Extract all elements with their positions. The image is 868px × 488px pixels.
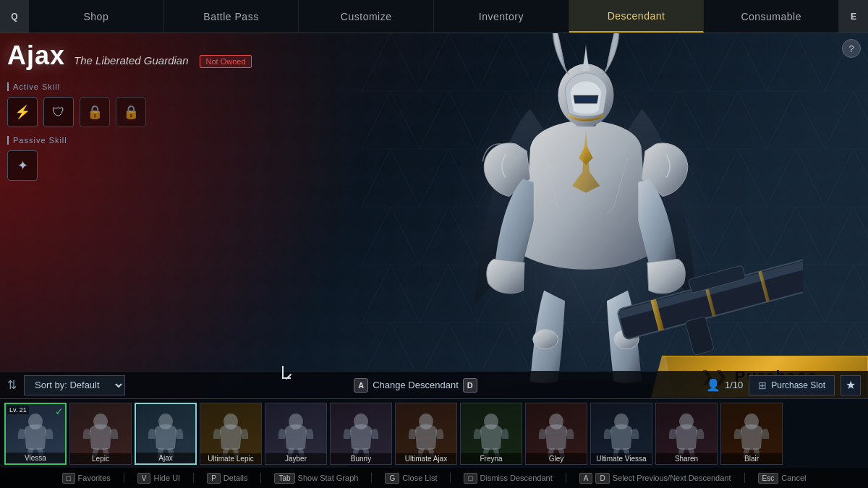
svg-point-5 (533, 330, 558, 349)
active-skill-1[interactable]: ⚡ (7, 97, 38, 127)
char-card-viessa[interactable]: Lv. 21✓Viessa (4, 403, 67, 465)
char-silhouette-viessa (14, 408, 57, 459)
char-card-bunny[interactable]: Bunny (330, 403, 392, 465)
skill-3-icon: 🔒 (87, 104, 103, 120)
char-card-label-ultimate-viessa: Ultimate Viessa (591, 453, 652, 464)
char-card-label-lepic: Lepic (70, 453, 131, 464)
char-silhouette-freyna (469, 408, 513, 459)
hint-label-cancel: Cancel (781, 474, 806, 482)
char-card-sharen[interactable]: Sharen (655, 403, 718, 465)
char-card-label-ultimate-ajax: Ultimate Ajax (396, 453, 456, 464)
character-list: Lv. 21✓Viessa Lepic Ajax Ultimate Lepic … (0, 399, 868, 468)
change-descendant-area: A Change Descendant D (132, 378, 699, 393)
passive-skill-label: Passive Skill (7, 136, 282, 145)
active-skill-2[interactable]: 🛡 (43, 97, 74, 127)
char-card-freyna[interactable]: Freyna (460, 403, 522, 465)
hint-label-close-list: Close List (402, 474, 437, 482)
help-button[interactable]: ? (842, 39, 861, 58)
favorites-star-button[interactable]: ★ (841, 375, 861, 395)
char-silhouette-ultimate-ajax (404, 408, 448, 459)
nav-item-battle-pass[interactable]: Battle Pass (164, 0, 299, 33)
character-title: The Liberated Guardian (74, 54, 188, 67)
hint-key-a: A (579, 473, 593, 484)
char-card-jayber[interactable]: Jayber (265, 403, 327, 465)
slot-count-label: 1/10 (725, 380, 743, 390)
passive-skill-1[interactable]: ✦ (7, 150, 38, 181)
change-descendant-label: Change Descendant (373, 380, 459, 390)
char-card-lepic[interactable]: Lepic (69, 403, 132, 465)
char-card-label-viessa: Viessa (6, 453, 65, 463)
right-controls: 👤 1/10 ⊞ Purchase Slot ★ (706, 375, 861, 395)
active-skill-label: Active Skill (7, 82, 282, 91)
hint-label-select-prev-next: Select Previous/Next Descendant (613, 474, 731, 482)
hint-key-favorites: □ (62, 473, 75, 484)
nav-item-consumable[interactable]: Consumable (704, 0, 839, 33)
char-card-label-ultimate-lepic: Ultimate Lepic (200, 453, 261, 464)
hint-label-stat-graph: Show Stat Graph (298, 474, 359, 482)
slot-count-icon: 👤 (706, 378, 720, 392)
nav-key-right: E (839, 0, 868, 33)
star-icon: ★ (846, 378, 856, 392)
char-card-label-sharen: Sharen (656, 453, 717, 464)
help-icon: ? (848, 43, 854, 54)
hint-bar: □ Favorites V Hide UI P Details Tab Show… (0, 468, 868, 488)
hint-key-close-list: G (385, 473, 399, 484)
nav-item-customize[interactable]: Customize (299, 0, 434, 33)
char-level-viessa: Lv. 21 (7, 406, 29, 414)
char-card-blair[interactable]: Blair (720, 403, 783, 465)
hint-hide-ui: V Hide UI (137, 473, 180, 484)
active-skill-icons: ⚡ 🛡 🔒 🔒 (7, 97, 282, 127)
passive-skill-1-icon: ✦ (17, 158, 28, 174)
purchase-slot-label: Purchase Slot (771, 380, 825, 390)
char-card-label-gley: Gley (526, 453, 587, 464)
char-card-label-blair: Blair (721, 453, 782, 464)
hint-dismiss: □ Dismiss Descendant (464, 473, 552, 484)
char-card-gley[interactable]: Gley (525, 403, 587, 465)
skill-2-icon: 🛡 (52, 105, 65, 120)
hint-key-stat-graph: Tab (274, 473, 294, 484)
hint-close-list: G Close List (385, 473, 437, 484)
nav-item-descendant[interactable]: Descendant (569, 0, 705, 33)
char-silhouette-bunny (339, 408, 383, 459)
hint-stat-graph: Tab Show Stat Graph (274, 473, 358, 484)
char-silhouette-lepic (79, 408, 122, 459)
character-name: Ajax (7, 40, 65, 71)
hint-label-hide-ui: Hide UI (153, 474, 180, 482)
char-card-ultimate-ajax[interactable]: Ultimate Ajax (395, 403, 457, 465)
main-area: Ajax The Liberated Guardian Not Owned Ac… (0, 33, 868, 488)
char-check-viessa: ✓ (55, 406, 64, 417)
hint-label-dismiss: Dismiss Descendant (480, 474, 553, 482)
char-card-ajax[interactable]: Ajax (135, 403, 197, 465)
skills-section: Active Skill ⚡ 🛡 🔒 🔒 (7, 82, 282, 181)
char-silhouette-jayber (274, 408, 318, 459)
nav-item-inventory[interactable]: Inventory (434, 0, 569, 33)
skill-1-icon: ⚡ (14, 104, 30, 120)
char-silhouette-ultimate-viessa (600, 408, 643, 459)
hint-select-prev-next: A D Select Previous/Next Descendant (579, 473, 731, 484)
char-card-ultimate-viessa[interactable]: Ultimate Viessa (590, 403, 652, 465)
nav-key-left: Q (0, 0, 29, 33)
character-list-bar: Lv. 21✓Viessa Lepic Ajax Ultimate Lepic … (0, 398, 868, 468)
skill-4-icon: 🔒 (123, 104, 139, 120)
active-skill-4[interactable]: 🔒 (116, 97, 146, 127)
char-silhouette-gley (535, 408, 578, 459)
char-card-label-bunny: Bunny (331, 453, 391, 464)
hint-key-dismiss: □ (464, 473, 477, 484)
not-owned-badge: Not Owned (200, 55, 251, 68)
sort-dropdown[interactable]: Sort by: Default (24, 375, 125, 395)
hint-label-favorites: Favorites (78, 474, 111, 482)
char-silhouette-ajax (144, 408, 187, 459)
char-silhouette-ultimate-lepic (209, 408, 252, 459)
active-skill-3[interactable]: 🔒 (80, 97, 110, 127)
char-silhouette-sharen (665, 408, 708, 459)
character-portrait (369, 33, 803, 402)
passive-skill-icons: ✦ (7, 150, 282, 181)
key-d-badge: D (463, 378, 477, 393)
hint-key-details: P (207, 473, 221, 484)
purchase-slot-button[interactable]: ⊞ Purchase Slot (749, 375, 835, 395)
key-a-badge: A (354, 378, 368, 393)
passive-skill-group: Passive Skill ✦ (7, 136, 282, 181)
nav-item-shop[interactable]: Shop (29, 0, 164, 33)
char-silhouette-blair (730, 408, 773, 459)
char-card-ultimate-lepic[interactable]: Ultimate Lepic (200, 403, 262, 465)
